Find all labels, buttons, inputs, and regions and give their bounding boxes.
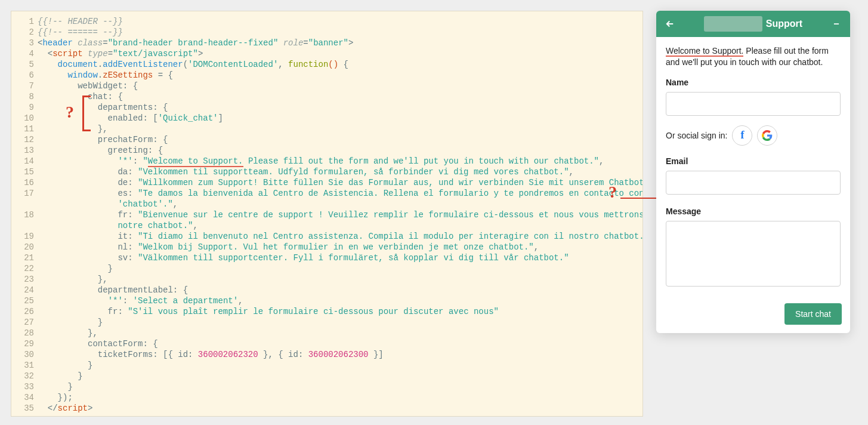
greeting-highlight: Welcome to Support.	[666, 46, 743, 57]
google-button[interactable]	[757, 125, 777, 146]
widget-title: Support	[766, 19, 802, 29]
facebook-button[interactable]: f	[732, 125, 752, 146]
widget-greeting: Welcome to Support. Please fill out the …	[666, 45, 841, 68]
message-input[interactable]	[666, 221, 841, 287]
name-input[interactable]	[666, 92, 841, 116]
annotation-question-1: ?	[66, 103, 74, 122]
widget-body: Welcome to Support. Please fill out the …	[656, 37, 850, 297]
social-label: Or social sign in:	[666, 131, 727, 140]
code-content[interactable]: {{!-- HEADER --}}{{!-- ====== --}}<heade…	[38, 11, 642, 416]
company-avatar	[704, 16, 762, 32]
annotation-bracket	[82, 96, 91, 131]
message-label: Message	[666, 207, 841, 216]
chat-widget: Support Welcome to Support. Please fill …	[656, 11, 850, 333]
widget-header: Support	[656, 11, 850, 37]
email-label: Email	[666, 156, 841, 166]
widget-footer: Start chat	[656, 297, 850, 333]
email-input[interactable]	[666, 171, 841, 195]
social-signin-row: Or social sign in: f	[666, 125, 841, 146]
code-editor[interactable]: 1234567891011121314151617181920212223242…	[11, 11, 643, 417]
minimize-button[interactable]	[829, 16, 844, 32]
back-button[interactable]	[662, 16, 678, 32]
start-chat-button[interactable]: Start chat	[784, 303, 842, 325]
name-label: Name	[666, 78, 841, 87]
annotation-question-2: ?	[608, 183, 617, 202]
line-number-gutter: 1234567891011121314151617181920212223242…	[11, 11, 38, 416]
